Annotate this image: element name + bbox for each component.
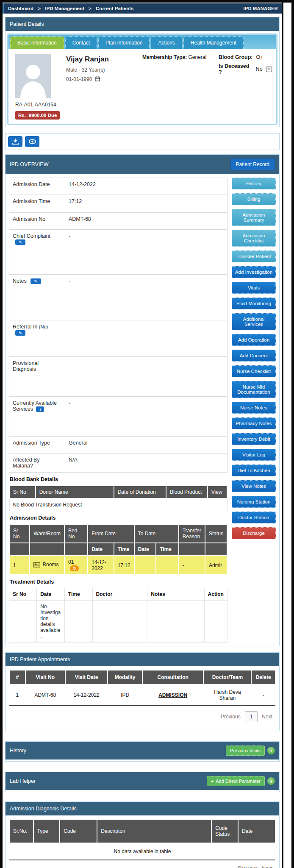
empty-cell xyxy=(64,601,92,643)
edit-referral-icon[interactable]: ✎ xyxy=(15,330,25,336)
additional-services-button[interactable]: Additional Services xyxy=(232,313,276,330)
treatment-details-table: Sr No Date Time Doctor Notes Action xyxy=(9,588,227,643)
billing-button[interactable]: Billing xyxy=(232,193,276,205)
lab-helper-panel: Lab Helper + Add Direct Parameter + xyxy=(5,772,280,792)
patient-details-header: Patient Details xyxy=(6,17,279,31)
deceased-value: No xyxy=(256,66,263,72)
pharmacy-notes-button[interactable]: Pharmacy Notes xyxy=(232,417,276,429)
doctor-station-button[interactable]: Doctor Station xyxy=(232,512,276,523)
admission-consultation-link[interactable]: ADMISSION xyxy=(158,692,187,698)
previous-page-link[interactable]: Previous xyxy=(221,714,241,720)
appointments-pagination: Previous 1 Next xyxy=(9,706,276,727)
blood-bank-title: Blood Bank Details xyxy=(9,473,227,485)
previous-page-link[interactable]: Previous xyxy=(238,865,258,868)
breadcrumb-ipd-management[interactable]: IPD Management xyxy=(45,6,84,11)
field-value: - xyxy=(65,320,227,357)
next-page-link[interactable]: Next xyxy=(262,714,272,720)
discharge-button[interactable]: Discharge xyxy=(232,527,276,539)
blood-group-value: O+ xyxy=(256,54,263,60)
history-panel: History Previous Visits + xyxy=(5,741,280,762)
admission-status: Admit xyxy=(205,556,227,575)
column-subheader: Time xyxy=(156,543,179,556)
blood-bank-table: Sr No Donor Name Date of Donation Blood … xyxy=(9,485,227,511)
add-direct-parameter-button[interactable]: + Add Direct Parameter xyxy=(207,776,265,786)
tab-contact[interactable]: Contact xyxy=(65,36,97,49)
admission-row: 1 xyxy=(9,556,227,575)
services-info-icon[interactable]: i xyxy=(36,406,44,412)
column-header: Descripton xyxy=(97,819,211,843)
app-window: Dashboard > IPD Management > Current Pat… xyxy=(0,0,294,868)
patient-record-button[interactable]: Patient Record xyxy=(230,159,275,170)
next-page-link[interactable]: Next xyxy=(262,865,272,868)
vitals-button[interactable]: Vitals xyxy=(232,282,276,294)
scrollbar-track[interactable] xyxy=(282,3,291,868)
column-header: Visit Date xyxy=(65,670,108,684)
history-button[interactable]: History xyxy=(232,178,276,189)
bed-status-badge[interactable]: O xyxy=(70,565,79,571)
appt-visit-date: 14-12-2022 xyxy=(65,684,108,706)
visitor-log-button[interactable]: Visitor Log xyxy=(232,449,276,461)
field-value: ADMT-68 xyxy=(65,213,227,230)
tab-basic-information[interactable]: Basic Information xyxy=(10,36,64,49)
breadcrumb-current-patients[interactable]: Current Patients xyxy=(96,6,133,11)
column-header: Modality xyxy=(108,670,142,684)
inventory-debit-button[interactable]: Inventory Debit xyxy=(232,433,276,445)
column-header: From Date xyxy=(88,524,134,543)
previous-visits-button[interactable]: Previous Visits xyxy=(226,746,265,756)
expand-lab-helper-icon[interactable]: + xyxy=(267,777,275,785)
column-header: To Date xyxy=(134,524,179,543)
transfer-patient-button[interactable]: Transfer Patient xyxy=(232,250,276,262)
fluid-monitoring-button[interactable]: Fluid Monitoring xyxy=(232,298,276,309)
tab-actions[interactable]: Actions xyxy=(151,36,182,49)
edit-notes-icon[interactable]: ✎ xyxy=(31,278,41,284)
overview-fields-table: Admission Date14-12-2022 Admission Time1… xyxy=(9,178,227,473)
field-label: Admission Time xyxy=(9,195,65,213)
column-header: Sr No xyxy=(9,524,30,543)
field-label: Currently Available Services i xyxy=(9,397,65,437)
patient-name: Vijay Ranjan xyxy=(66,55,142,64)
appointments-table: # Visit No Visit Date Modality Consultat… xyxy=(9,670,276,706)
view-notes-button[interactable]: View Notes xyxy=(232,480,276,492)
tab-health-management[interactable]: Health Management xyxy=(183,36,244,49)
add-investigation-button[interactable]: Add Investigation xyxy=(232,266,276,278)
ipd-overview-panel: IPD OVERVIEW Patient Record Admission Da… xyxy=(5,154,280,646)
field-label: Referral In (No) ✎ xyxy=(9,320,65,357)
edit-chief-complaint-icon[interactable]: ✎ xyxy=(15,239,25,245)
column-header: Date xyxy=(37,588,65,601)
nurse-mid-documentation-button[interactable]: Nurse Mid Documentation xyxy=(232,381,276,398)
column-header: Consultation xyxy=(142,670,203,684)
add-operation-button[interactable]: Add Operation xyxy=(232,334,276,346)
nurse-notes-button[interactable]: Nurse Notes xyxy=(232,402,276,414)
empty-cell xyxy=(9,601,37,643)
column-header: Bed No xyxy=(64,524,88,543)
column-header: Status xyxy=(205,524,227,543)
column-header: Doctor xyxy=(92,588,147,601)
nursing-station-button[interactable]: Nursing Station xyxy=(232,496,276,508)
expand-history-icon[interactable]: + xyxy=(267,747,275,754)
breadcrumb-dashboard[interactable]: Dashboard xyxy=(8,6,33,11)
add-consent-button[interactable]: Add Consent xyxy=(232,350,276,362)
diet-to-kitchen-button[interactable]: Diet To Kitchen xyxy=(232,465,276,476)
calendar-icon[interactable] xyxy=(95,76,100,81)
overview-action-buttons: History Billing Admission Summary Admiss… xyxy=(232,178,276,643)
field-value xyxy=(65,357,227,397)
column-header: Sr No xyxy=(9,588,37,601)
admission-from-date: 14-12-2022 xyxy=(88,556,114,575)
column-header-spacer xyxy=(179,543,205,556)
nurse-checklist-button[interactable]: Nurse Checklist xyxy=(232,365,276,377)
field-value: - xyxy=(65,275,227,320)
admission-checklist-button[interactable]: Admission Checklist xyxy=(232,230,276,247)
empty-cell xyxy=(147,601,204,643)
tab-plan-information[interactable]: Plan Information xyxy=(98,36,150,49)
column-subheader: Date xyxy=(88,543,114,556)
page-number-button[interactable]: 1 xyxy=(245,711,258,722)
role-label: IPD MANAGER xyxy=(243,6,278,11)
edit-deceased-icon[interactable]: ✎ xyxy=(266,67,272,72)
download-button[interactable] xyxy=(8,136,22,147)
admission-transfer-reason: - xyxy=(179,556,205,575)
admission-summary-button[interactable]: Admission Summary xyxy=(232,209,276,226)
view-button[interactable] xyxy=(25,136,39,147)
admission-details-table: Sr No Ward/Room Bed No From Date To Date… xyxy=(9,524,227,575)
column-header: Transfer Reason xyxy=(179,524,205,543)
diagnosis-panel: Admission Diagnosis Details Sr.No. Type … xyxy=(5,801,280,868)
